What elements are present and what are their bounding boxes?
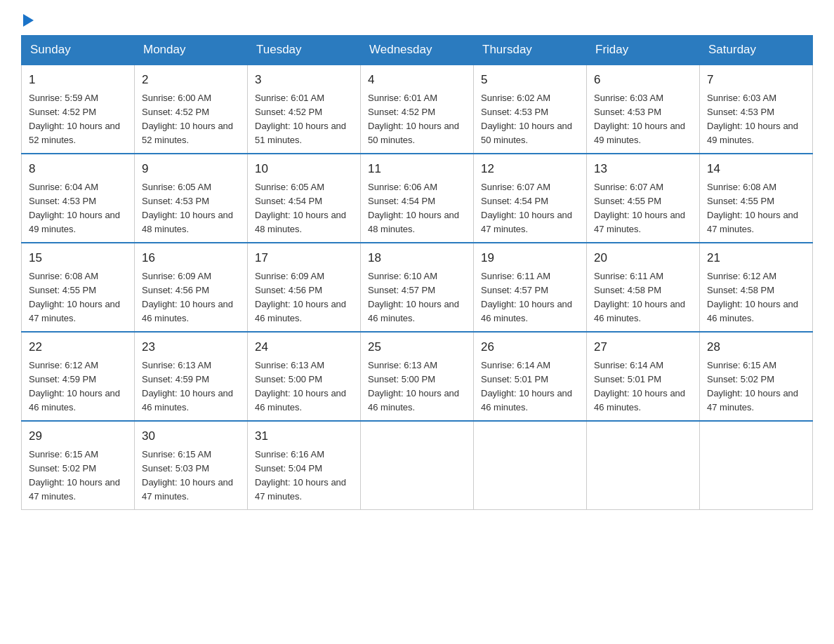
calendar-day-cell: 12Sunrise: 6:07 AMSunset: 4:54 PMDayligh… — [474, 154, 587, 243]
day-info: Sunrise: 6:02 AMSunset: 4:53 PMDaylight:… — [481, 91, 579, 148]
day-info: Sunrise: 6:15 AMSunset: 5:02 PMDaylight:… — [707, 358, 805, 415]
day-number: 8 — [29, 160, 127, 178]
day-number: 13 — [594, 160, 692, 178]
day-info: Sunrise: 6:09 AMSunset: 4:56 PMDaylight:… — [142, 269, 240, 326]
weekday-header-monday: Monday — [135, 36, 248, 65]
day-info: Sunrise: 6:15 AMSunset: 5:03 PMDaylight:… — [142, 448, 240, 504]
day-info: Sunrise: 6:14 AMSunset: 5:01 PMDaylight:… — [481, 358, 579, 415]
day-number: 21 — [707, 249, 805, 267]
day-info: Sunrise: 6:07 AMSunset: 4:54 PMDaylight:… — [481, 180, 579, 237]
calendar-day-cell: 2Sunrise: 6:00 AMSunset: 4:52 PMDaylight… — [135, 65, 248, 154]
calendar-day-cell — [700, 421, 813, 510]
day-number: 7 — [707, 71, 805, 89]
day-info: Sunrise: 6:01 AMSunset: 4:52 PMDaylight:… — [255, 91, 353, 148]
day-number: 10 — [255, 160, 353, 178]
calendar-day-cell: 23Sunrise: 6:13 AMSunset: 4:59 PMDayligh… — [135, 332, 248, 421]
weekday-header-tuesday: Tuesday — [248, 36, 361, 65]
day-info: Sunrise: 6:03 AMSunset: 4:53 PMDaylight:… — [707, 91, 805, 148]
calendar-day-cell: 4Sunrise: 6:01 AMSunset: 4:52 PMDaylight… — [361, 65, 474, 154]
calendar-day-cell: 10Sunrise: 6:05 AMSunset: 4:54 PMDayligh… — [248, 154, 361, 243]
day-info: Sunrise: 6:01 AMSunset: 4:52 PMDaylight:… — [368, 91, 466, 148]
calendar-table: SundayMondayTuesdayWednesdayThursdayFrid… — [21, 35, 813, 510]
day-number: 11 — [368, 160, 466, 178]
calendar-day-cell: 17Sunrise: 6:09 AMSunset: 4:56 PMDayligh… — [248, 243, 361, 332]
calendar-day-cell: 30Sunrise: 6:15 AMSunset: 5:03 PMDayligh… — [135, 421, 248, 510]
calendar-day-cell: 11Sunrise: 6:06 AMSunset: 4:54 PMDayligh… — [361, 154, 474, 243]
calendar-day-cell: 8Sunrise: 6:04 AMSunset: 4:53 PMDaylight… — [22, 154, 135, 243]
day-info: Sunrise: 6:03 AMSunset: 4:53 PMDaylight:… — [594, 91, 692, 148]
calendar-day-cell — [587, 421, 700, 510]
day-number: 14 — [707, 160, 805, 178]
day-info: Sunrise: 6:11 AMSunset: 4:57 PMDaylight:… — [481, 269, 579, 326]
weekday-header-saturday: Saturday — [700, 36, 813, 65]
day-number: 4 — [368, 71, 466, 89]
weekday-header-thursday: Thursday — [474, 36, 587, 65]
day-number: 9 — [142, 160, 240, 178]
calendar-day-cell: 5Sunrise: 6:02 AMSunset: 4:53 PMDaylight… — [474, 65, 587, 154]
day-number: 20 — [594, 249, 692, 267]
day-info: Sunrise: 6:16 AMSunset: 5:04 PMDaylight:… — [255, 448, 353, 504]
day-number: 6 — [594, 71, 692, 89]
calendar-day-cell: 18Sunrise: 6:10 AMSunset: 4:57 PMDayligh… — [361, 243, 474, 332]
calendar-day-cell: 31Sunrise: 6:16 AMSunset: 5:04 PMDayligh… — [248, 421, 361, 510]
calendar-day-cell: 25Sunrise: 6:13 AMSunset: 5:00 PMDayligh… — [361, 332, 474, 421]
day-info: Sunrise: 6:09 AMSunset: 4:56 PMDaylight:… — [255, 269, 353, 326]
day-info: Sunrise: 6:13 AMSunset: 5:00 PMDaylight:… — [368, 358, 466, 415]
weekday-header-row: SundayMondayTuesdayWednesdayThursdayFrid… — [22, 36, 813, 65]
logo — [21, 14, 34, 22]
day-info: Sunrise: 6:15 AMSunset: 5:02 PMDaylight:… — [29, 448, 127, 504]
weekday-header-friday: Friday — [587, 36, 700, 65]
calendar-day-cell: 22Sunrise: 6:12 AMSunset: 4:59 PMDayligh… — [22, 332, 135, 421]
day-info: Sunrise: 6:05 AMSunset: 4:53 PMDaylight:… — [142, 180, 240, 237]
calendar-week-row: 1Sunrise: 5:59 AMSunset: 4:52 PMDaylight… — [22, 65, 813, 154]
day-info: Sunrise: 6:05 AMSunset: 4:54 PMDaylight:… — [255, 180, 353, 237]
day-info: Sunrise: 6:00 AMSunset: 4:52 PMDaylight:… — [142, 91, 240, 148]
day-number: 22 — [29, 338, 127, 356]
page-header — [21, 14, 813, 22]
day-info: Sunrise: 6:04 AMSunset: 4:53 PMDaylight:… — [29, 180, 127, 237]
day-number: 31 — [255, 427, 353, 445]
calendar-day-cell: 1Sunrise: 5:59 AMSunset: 4:52 PMDaylight… — [22, 65, 135, 154]
logo-triangle-icon — [23, 14, 34, 27]
calendar-day-cell: 9Sunrise: 6:05 AMSunset: 4:53 PMDaylight… — [135, 154, 248, 243]
calendar-week-row: 22Sunrise: 6:12 AMSunset: 4:59 PMDayligh… — [22, 332, 813, 421]
calendar-day-cell: 21Sunrise: 6:12 AMSunset: 4:58 PMDayligh… — [700, 243, 813, 332]
calendar-day-cell: 13Sunrise: 6:07 AMSunset: 4:55 PMDayligh… — [587, 154, 700, 243]
calendar-week-row: 29Sunrise: 6:15 AMSunset: 5:02 PMDayligh… — [22, 421, 813, 510]
calendar-day-cell — [474, 421, 587, 510]
calendar-day-cell: 19Sunrise: 6:11 AMSunset: 4:57 PMDayligh… — [474, 243, 587, 332]
day-info: Sunrise: 6:13 AMSunset: 4:59 PMDaylight:… — [142, 358, 240, 415]
calendar-day-cell: 3Sunrise: 6:01 AMSunset: 4:52 PMDaylight… — [248, 65, 361, 154]
day-info: Sunrise: 6:13 AMSunset: 5:00 PMDaylight:… — [255, 358, 353, 415]
day-number: 28 — [707, 338, 805, 356]
calendar-day-cell: 7Sunrise: 6:03 AMSunset: 4:53 PMDaylight… — [700, 65, 813, 154]
day-number: 2 — [142, 71, 240, 89]
day-number: 18 — [368, 249, 466, 267]
day-info: Sunrise: 6:12 AMSunset: 4:59 PMDaylight:… — [29, 358, 127, 415]
day-info: Sunrise: 6:06 AMSunset: 4:54 PMDaylight:… — [368, 180, 466, 237]
day-info: Sunrise: 6:07 AMSunset: 4:55 PMDaylight:… — [594, 180, 692, 237]
day-number: 16 — [142, 249, 240, 267]
day-number: 23 — [142, 338, 240, 356]
day-number: 24 — [255, 338, 353, 356]
calendar-day-cell: 16Sunrise: 6:09 AMSunset: 4:56 PMDayligh… — [135, 243, 248, 332]
day-number: 19 — [481, 249, 579, 267]
day-number: 1 — [29, 71, 127, 89]
calendar-day-cell: 15Sunrise: 6:08 AMSunset: 4:55 PMDayligh… — [22, 243, 135, 332]
day-number: 27 — [594, 338, 692, 356]
calendar-day-cell: 14Sunrise: 6:08 AMSunset: 4:55 PMDayligh… — [700, 154, 813, 243]
day-info: Sunrise: 5:59 AMSunset: 4:52 PMDaylight:… — [29, 91, 127, 148]
day-number: 12 — [481, 160, 579, 178]
calendar-day-cell: 26Sunrise: 6:14 AMSunset: 5:01 PMDayligh… — [474, 332, 587, 421]
day-info: Sunrise: 6:08 AMSunset: 4:55 PMDaylight:… — [29, 269, 127, 326]
day-info: Sunrise: 6:10 AMSunset: 4:57 PMDaylight:… — [368, 269, 466, 326]
day-number: 25 — [368, 338, 466, 356]
day-info: Sunrise: 6:12 AMSunset: 4:58 PMDaylight:… — [707, 269, 805, 326]
day-number: 17 — [255, 249, 353, 267]
weekday-header-sunday: Sunday — [22, 36, 135, 65]
calendar-day-cell: 27Sunrise: 6:14 AMSunset: 5:01 PMDayligh… — [587, 332, 700, 421]
day-number: 29 — [29, 427, 127, 445]
day-number: 26 — [481, 338, 579, 356]
calendar-day-cell: 6Sunrise: 6:03 AMSunset: 4:53 PMDaylight… — [587, 65, 700, 154]
day-number: 30 — [142, 427, 240, 445]
